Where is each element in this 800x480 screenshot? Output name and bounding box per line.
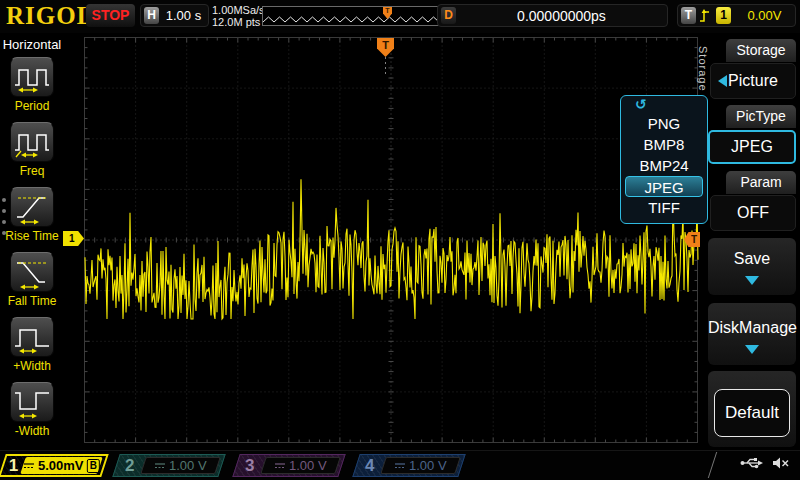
oscilloscope-screen: RIGOL STOP H 1.00 s 1.00MSa/s 12.0M pts … [0,0,800,480]
system-status-icons [740,456,790,470]
usb-icon [740,456,764,470]
channel-3-number: 3 [237,456,263,476]
save-softkey[interactable]: Save [708,238,796,295]
freq-icon [12,124,52,160]
popup-option-bmp24[interactable]: BMP24 [625,155,703,176]
channel-2-number: 2 [117,456,143,476]
channel-1-scale: 5.00mV B [20,457,102,474]
pos-width-icon [12,319,52,355]
menu-item-period[interactable]: Period [0,57,64,122]
menu-item-neg-width[interactable]: -Width [0,382,64,447]
graticule-and-waveform [0,0,800,480]
channel-1-number: 1 [4,456,23,476]
diskmanage-softkey[interactable]: DiskManage [708,303,796,365]
cycle-arrow-icon: ↺ [635,96,707,113]
channel-3-scale: 1.00 V [260,457,341,474]
channel-3-status[interactable]: 3 1.00 V [232,454,345,477]
dc-coupling-icon [23,461,35,470]
pictype-value: JPEG [731,138,773,156]
menu-item-freq[interactable]: Freq [0,122,64,187]
channel-2-scale: 1.00 V [140,457,221,474]
submenu-down-arrow-icon [745,345,759,354]
storage-type-softkey[interactable]: Picture [710,63,796,99]
rise-time-icon [12,189,52,225]
default-button[interactable]: Default [714,389,790,437]
dc-coupling-icon [394,461,406,470]
pictype-popup-menu: ↺ PNG BMP8 BMP24 JPEG TIFF [620,95,708,224]
storage-type-value: Picture [728,72,778,90]
menu-item-rise-time[interactable]: Rise Time [0,187,64,252]
horizontal-measure-menu: Horizontal Period Freq [0,35,64,447]
bandwidth-limit-badge: B [87,459,100,473]
select-left-arrow-icon [718,75,727,87]
page-dot [2,209,6,213]
page-dot [2,220,6,224]
channel-4-scale: 1.00 V [380,457,461,474]
popup-option-jpeg-selected[interactable]: JPEG [625,176,703,197]
left-menu-title: Horizontal [0,37,64,52]
default-softkey-group: Default [708,371,796,447]
param-label: Param [726,171,796,194]
diskmanage-label: DiskManage [708,319,796,337]
menu-item-fall-time[interactable]: Fall Time [0,252,64,317]
storage-menu-title: Storage [726,39,796,62]
page-dot [2,231,6,235]
channel-4-status[interactable]: 4 1.00 V [352,454,465,477]
channel-1-status[interactable]: 1 5.00mV B [0,454,109,477]
speaker-muted-icon [772,456,790,470]
save-label: Save [708,250,796,268]
channel-2-status[interactable]: 2 1.00 V [112,454,225,477]
param-softkey[interactable]: OFF [710,195,796,231]
dc-coupling-icon [274,461,286,470]
neg-width-icon [12,384,52,420]
param-value: OFF [737,204,769,222]
period-icon [12,59,52,95]
menu-tab-vertical-label: Storage [697,46,709,92]
page-dot [2,198,6,202]
popup-option-tiff[interactable]: TIFF [625,197,703,218]
submenu-down-arrow-icon [745,276,759,285]
menu-item-pos-width[interactable]: +Width [0,317,64,382]
dc-coupling-icon [154,461,166,470]
fall-time-icon [12,254,52,290]
pictype-label: PicType [726,105,796,128]
channel-4-number: 4 [357,456,383,476]
pictype-softkey[interactable]: JPEG [708,130,796,164]
popup-option-bmp8[interactable]: BMP8 [625,134,703,155]
popup-option-png[interactable]: PNG [625,113,703,134]
